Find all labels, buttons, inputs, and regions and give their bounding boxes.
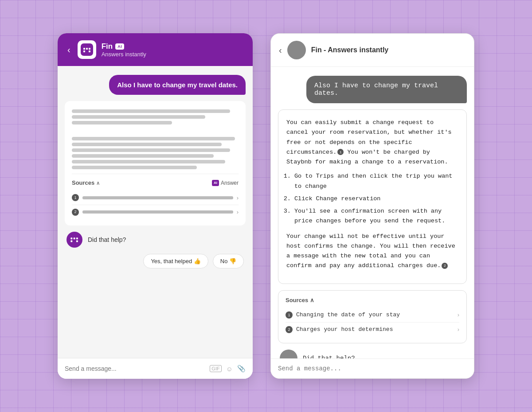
left-source-item-1[interactable]: 1 ›	[72, 191, 239, 206]
svg-rect-10	[76, 240, 78, 242]
right-step-2: Click Change reservation	[294, 194, 458, 204]
left-message-input[interactable]	[65, 365, 205, 372]
left-user-message: Also I have to change my travel dates.	[109, 75, 246, 95]
left-source-text-1	[82, 196, 233, 199]
right-cite-1: 1	[337, 149, 344, 155]
left-did-help-text: Did that help?	[88, 236, 126, 243]
right-sources-label: Sources	[286, 297, 308, 303]
left-answer-label: Answer	[221, 179, 239, 187]
left-bot-message: Sources ∧ AI Answer 1 › 2 ›	[65, 101, 246, 225]
right-user-message: Also I have to change my travel dates.	[306, 76, 467, 103]
left-header-name: Fin AI	[102, 42, 245, 51]
right-source-text-2: Charges your host determines	[296, 326, 393, 333]
left-header-info: Fin AI Answers instantly	[102, 42, 245, 58]
right-back-button[interactable]: ‹	[279, 45, 282, 55]
left-source-num-2: 2	[72, 209, 79, 216]
left-blurred-text-1	[72, 109, 239, 124]
left-ai-answer: AI Answer	[212, 179, 239, 187]
left-source-arrow-1: ›	[237, 194, 239, 202]
attach-icon[interactable]: 📎	[237, 365, 246, 373]
left-input-bar: GIF ☺ 📎	[58, 358, 253, 379]
left-chat-panel: ‹ Fin AI Answers instantly Also I have t…	[58, 33, 253, 379]
fin-logo-icon	[81, 43, 93, 56]
left-header-subtitle: Answers instantly	[102, 51, 245, 58]
right-chat-body: Also I have to change my travel dates. Y…	[271, 67, 474, 358]
left-bot-name: Fin	[102, 42, 113, 51]
left-small-avatar	[66, 232, 82, 248]
right-message-input[interactable]	[278, 365, 467, 372]
right-source-left-1: 1 Changing the date of your stay	[286, 311, 400, 319]
left-blurred-text-2	[72, 137, 239, 169]
ai-badge: AI	[115, 43, 124, 50]
right-chat-panel: ‹ Fin - Answers instantly Also I have to…	[270, 33, 474, 379]
yes-button[interactable]: Yes, that helped 👍	[143, 254, 208, 268]
right-source-num-2: 2	[286, 326, 293, 333]
svg-rect-9	[70, 240, 72, 242]
right-step-3: You'll see a confirmation screen with an…	[294, 206, 458, 226]
right-header: ‹ Fin - Answers instantly	[271, 34, 474, 67]
left-feedback-row: Yes, that helped 👍 No 👎	[65, 254, 246, 268]
emoji-icon[interactable]: ☺	[226, 365, 233, 373]
right-input-bar	[271, 358, 474, 378]
left-header: ‹ Fin AI Answers instantly	[58, 33, 253, 66]
right-did-help-text: Did that help?	[303, 355, 355, 358]
right-para2-text: Your change will not be effective until …	[286, 233, 455, 269]
left-back-button[interactable]: ‹	[66, 45, 72, 55]
left-source-arrow-2: ›	[237, 208, 239, 217]
right-source-item-2[interactable]: 2 Charges your host determines ›	[286, 323, 459, 337]
gif-icon[interactable]: GIF	[210, 365, 221, 372]
left-sources-section: Sources ∧ AI Answer 1 › 2 ›	[72, 174, 239, 219]
left-source-num-1: 1	[72, 194, 79, 201]
svg-rect-1	[83, 48, 85, 50]
right-header-name: Fin - Answers instantly	[311, 46, 389, 54]
left-bot-avatar	[78, 40, 96, 59]
right-small-avatar	[280, 350, 297, 358]
right-source-left-2: 2 Charges your host determines	[286, 326, 393, 333]
left-small-fin-icon	[70, 235, 79, 245]
right-cite-2: 2	[442, 263, 448, 269]
left-did-help-row: Did that help?	[65, 232, 246, 248]
svg-rect-2	[86, 48, 88, 50]
right-source-arrow-2: ›	[458, 326, 459, 333]
right-did-help-row: Did that help?	[278, 350, 467, 358]
svg-rect-5	[89, 51, 90, 52]
right-sources-header: Sources ∧	[286, 297, 459, 303]
right-answer-para1: You can easily submit a change request t…	[286, 118, 458, 167]
svg-rect-8	[76, 237, 78, 239]
left-ai-mini-badge: AI	[212, 180, 219, 186]
right-answer-para2: Your change will not be effective until …	[286, 232, 458, 271]
left-input-icons: GIF ☺ 📎	[210, 365, 246, 373]
right-steps-list: Go to Trips and then click the trip you …	[294, 171, 458, 226]
svg-rect-3	[89, 48, 90, 50]
right-source-item-1[interactable]: 1 Changing the date of your stay ›	[286, 308, 459, 323]
svg-rect-7	[74, 237, 75, 239]
right-sources-chevron-icon[interactable]: ∧	[310, 297, 314, 303]
right-sources-section: Sources ∧ 1 Changing the date of your st…	[278, 290, 467, 343]
sources-chevron-icon[interactable]: ∧	[96, 179, 100, 187]
no-button[interactable]: No 👎	[213, 254, 244, 268]
left-chat-body: Also I have to change my travel dates.	[58, 66, 253, 358]
right-source-text-1: Changing the date of your stay	[296, 311, 400, 318]
right-source-num-1: 1	[286, 311, 293, 319]
left-sources-text: Sources	[72, 179, 94, 187]
right-source-arrow-1: ›	[458, 311, 459, 318]
left-source-item-2[interactable]: 2 ›	[72, 205, 239, 219]
right-step-1: Go to Trips and then click the trip you …	[294, 171, 458, 191]
right-bot-avatar	[287, 41, 306, 59]
svg-rect-4	[83, 51, 85, 52]
left-sources-label: Sources ∧	[72, 179, 100, 187]
left-sources-header: Sources ∧ AI Answer	[72, 179, 239, 187]
right-bot-answer: You can easily submit a change request t…	[278, 109, 467, 284]
svg-rect-6	[70, 237, 72, 239]
left-source-text-2	[82, 210, 233, 214]
